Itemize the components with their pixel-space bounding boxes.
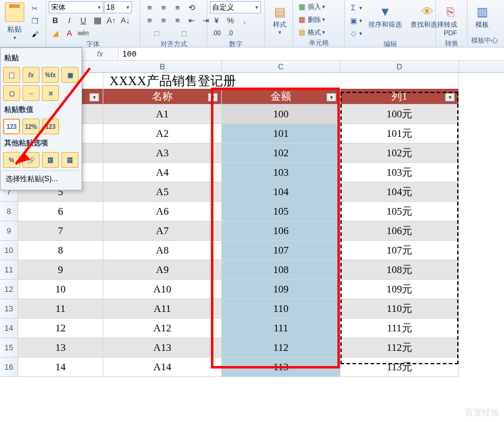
table-cell[interactable]: 110元: [340, 299, 459, 319]
table-cell[interactable]: 109元: [340, 280, 459, 299]
table-cell[interactable]: 107元: [340, 241, 459, 260]
table-cell[interactable]: 9: [18, 260, 103, 280]
styles-button[interactable]: ▤ 样式 ▾: [268, 1, 292, 37]
table-cell[interactable]: A5: [103, 182, 222, 202]
paste-option-picture[interactable]: 🖼: [42, 152, 59, 168]
table-cell[interactable]: A13: [103, 338, 222, 358]
paste-option-column-width[interactable]: ↔: [22, 85, 40, 101]
insert-cells-button[interactable]: ▦插入 ▾: [295, 1, 326, 12]
table-cell[interactable]: 12: [18, 319, 103, 338]
paste-values-button[interactable]: 123: [3, 119, 20, 134]
table-cell[interactable]: 109: [222, 280, 340, 299]
table-cell[interactable]: 100: [222, 105, 340, 124]
table-cell[interactable]: 111元: [340, 319, 459, 338]
currency-button[interactable]: ¥: [210, 14, 223, 26]
table-cell[interactable]: 11: [18, 299, 103, 319]
fx-icon[interactable]: fx: [97, 50, 103, 58]
filter-icon[interactable]: ▾: [89, 93, 99, 102]
paste-button[interactable]: 粘贴 ▾: [2, 1, 27, 41]
paste-values-number-format-button[interactable]: 12%: [22, 119, 40, 134]
table-cell[interactable]: A2: [103, 124, 222, 144]
shrink-font-button[interactable]: A↓: [119, 14, 132, 26]
table-cell[interactable]: 13: [18, 338, 103, 358]
table-cell[interactable]: 14: [18, 358, 103, 377]
italic-button[interactable]: I: [63, 14, 76, 26]
align-right-button[interactable]: ≡: [171, 14, 184, 26]
table-cell[interactable]: A3: [103, 144, 222, 163]
row-header[interactable]: 15: [0, 338, 18, 358]
table-cell[interactable]: 107: [222, 241, 340, 260]
cut-button[interactable]: [28, 2, 41, 15]
paste-values-source-format-button[interactable]: 123: [42, 119, 59, 134]
font-color-button[interactable]: A: [63, 27, 76, 39]
filter-icon[interactable]: ▾: [326, 93, 336, 102]
table-cell[interactable]: 105: [222, 202, 340, 221]
row-header[interactable]: 10: [0, 241, 18, 260]
comma-button[interactable]: ,: [238, 14, 251, 26]
table-cell[interactable]: A10: [103, 280, 222, 299]
clear-button[interactable]: ◇▾: [347, 28, 364, 39]
table-cell[interactable]: 106元: [340, 221, 459, 241]
table-cell[interactable]: 104: [222, 182, 340, 202]
border-button[interactable]: ▦: [91, 14, 104, 26]
table-cell[interactable]: 113元: [340, 358, 459, 377]
table-cell[interactable]: 113: [222, 358, 340, 377]
table-cell[interactable]: A11: [103, 299, 222, 319]
paste-special-menuitem[interactable]: 选择性粘贴(S)...: [3, 170, 79, 187]
col-header-c[interactable]: C: [222, 61, 340, 72]
copy-button[interactable]: [28, 15, 41, 27]
table-cell[interactable]: A12: [103, 319, 222, 338]
table-cell[interactable]: A6: [103, 202, 222, 221]
row-header[interactable]: 14: [0, 319, 18, 338]
increase-decimal-button[interactable]: .00: [210, 27, 223, 39]
title-cell[interactable]: XXXX产品销售登记册: [103, 73, 459, 89]
decrease-decimal-button[interactable]: .0: [224, 27, 237, 39]
row-header[interactable]: 12: [0, 280, 18, 299]
indent-dec-button[interactable]: ⇤: [185, 14, 198, 26]
table-cell[interactable]: 8: [18, 241, 103, 260]
table-cell[interactable]: 103元: [340, 163, 459, 182]
orientation-button[interactable]: ⟲: [185, 1, 198, 13]
formula-input[interactable]: 100: [119, 47, 504, 60]
fill-button[interactable]: ▣▾: [347, 15, 364, 26]
align-middle-button[interactable]: ≡: [157, 1, 170, 13]
table-cell[interactable]: 7: [18, 221, 103, 241]
table-cell[interactable]: A1: [103, 105, 222, 124]
row-header[interactable]: 13: [0, 299, 18, 319]
paste-option-all[interactable]: 📋: [3, 67, 20, 83]
table-header[interactable]: 列1▾: [340, 89, 459, 105]
paste-option-linked-picture[interactable]: 🖼: [61, 152, 78, 168]
align-center-button[interactable]: ≡: [157, 14, 170, 26]
table-cell[interactable]: 101元: [340, 124, 459, 144]
table-header[interactable]: 名称▾: [103, 89, 222, 105]
paste-option-formatting[interactable]: %: [3, 152, 20, 168]
filter-icon[interactable]: ▾: [208, 93, 218, 102]
paste-option-link[interactable]: 🔗: [22, 152, 40, 168]
col-header-b[interactable]: B: [103, 61, 222, 72]
table-cell[interactable]: 102: [222, 144, 340, 163]
table-cell[interactable]: 6: [18, 202, 103, 221]
paste-option-formulas-number[interactable]: %fx: [42, 67, 59, 83]
table-cell[interactable]: A9: [103, 260, 222, 280]
table-cell[interactable]: 112元: [340, 338, 459, 358]
filter-icon[interactable]: ▾: [445, 93, 455, 102]
table-cell[interactable]: 106: [222, 221, 340, 241]
align-top-button[interactable]: ≡: [143, 1, 156, 13]
table-cell[interactable]: A4: [103, 163, 222, 182]
table-cell[interactable]: A14: [103, 358, 222, 377]
row-header[interactable]: 11: [0, 260, 18, 280]
col-header-d[interactable]: D: [340, 61, 459, 72]
table-cell[interactable]: 102元: [340, 144, 459, 163]
delete-cells-button[interactable]: ▦删除 ▾: [295, 14, 326, 25]
row-header[interactable]: 8: [0, 202, 18, 221]
row-header[interactable]: 9: [0, 221, 18, 241]
grow-font-button[interactable]: A↑: [105, 14, 118, 26]
underline-button[interactable]: U: [77, 14, 90, 26]
table-cell[interactable]: 108元: [340, 260, 459, 280]
table-cell[interactable]: 110: [222, 299, 340, 319]
convert-pdf-button[interactable]: ⎘ 转成 PDF: [438, 1, 463, 38]
template-button[interactable]: ▥ 模板: [470, 1, 494, 31]
table-cell[interactable]: 105元: [340, 202, 459, 221]
table-cell[interactable]: A8: [103, 241, 222, 260]
format-painter-button[interactable]: [28, 28, 41, 40]
